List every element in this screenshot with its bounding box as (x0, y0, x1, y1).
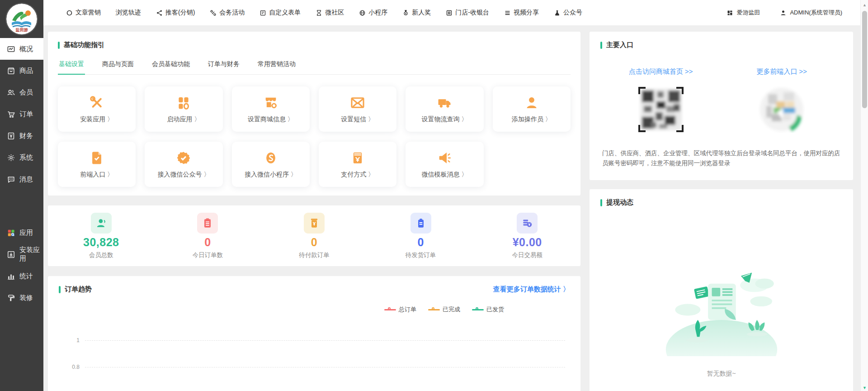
guide-title-text: 基础功能指引 (64, 41, 104, 49)
stat-item-3: 0 待发货订单 (368, 213, 474, 259)
sidebar-menu-lower: 应用安装应用统计装修 (0, 222, 43, 309)
guide-tab-1[interactable]: 商品与页面 (101, 57, 135, 75)
sidebar-item-l-0[interactable]: 应用 (0, 222, 43, 243)
stat-batt-icon (415, 217, 427, 229)
stat-value: 0 (311, 236, 317, 249)
stat-clip-icon (202, 217, 213, 229)
withdraw-empty-state: 暂无数据~ (600, 270, 842, 378)
user-icon (780, 10, 787, 16)
stat-value: ¥0.00 (513, 236, 542, 249)
empty-illustration (658, 270, 785, 356)
grid-icon (726, 10, 733, 16)
stat-coins-icon (521, 217, 533, 229)
topbar: 文章营销浏览轨迹推客(分销)会务活动自定义表单微社区小程序新人奖门店-收银台视频… (43, 0, 860, 25)
legend-item-1[interactable]: 已完成 (428, 305, 460, 314)
sidebar-item-u-1[interactable]: 商品 (0, 60, 43, 81)
admin-user-menu[interactable]: ADMIN(系统管理员) (780, 9, 842, 17)
sidebar-item-l-2[interactable]: 统计 (0, 265, 43, 287)
guide-tab-4[interactable]: 常用营销活动 (257, 57, 297, 75)
sidebar-item-u-6[interactable]: 消息 (0, 168, 43, 190)
withdraw-panel: 提现动态 (590, 189, 853, 391)
topnav-item-1[interactable]: 浏览轨迹 (116, 9, 141, 17)
guide-card-10[interactable]: 微信模板消息 〉 (406, 142, 483, 187)
title-accent-bar (59, 286, 61, 293)
main-content: 基础功能指引 基础设置商品与页面会员基础功能订单与财务常用营销活动 安装应用 〉… (43, 25, 860, 391)
topnav-item-2[interactable]: 推客(分销) (156, 9, 195, 17)
medal-icon (402, 10, 409, 16)
chart-gridline-0: 1 (59, 337, 565, 343)
stat-item-2: 0 待付款订单 (261, 213, 368, 259)
topnav-item-6[interactable]: 小程序 (359, 9, 387, 17)
order-trend-head: 订单趋势 查看更多订单数据统计 〉 (59, 285, 570, 294)
sidebar-item-u-0[interactable]: 概况 (0, 38, 43, 60)
guide-card-9[interactable]: 支付方式 〉 (319, 142, 396, 187)
topnav-item-7[interactable]: 新人奖 (402, 9, 431, 17)
system-icon (7, 153, 15, 162)
flask-icon (554, 10, 561, 16)
more-frontend-entries-link[interactable]: 更多前端入口 >> (756, 67, 807, 75)
scrollbar-thumb[interactable] (862, 11, 867, 108)
truck-icon (437, 95, 452, 110)
install-icon (7, 250, 15, 259)
horn-icon (437, 150, 452, 166)
guide-card-3[interactable]: 设置短信 〉 (319, 86, 396, 132)
legend-item-2[interactable]: 已发货 (472, 305, 504, 314)
paint-icon (7, 294, 15, 302)
mail-icon (350, 95, 365, 110)
guide-card-2[interactable]: 设置商城信息 〉 (232, 86, 310, 132)
visit-mall-home-link[interactable]: 点击访问商城首页 >> (629, 67, 693, 75)
guide-tab-3[interactable]: 订单与财务 (207, 57, 241, 75)
entry-links-row: 点击访问商城首页 >> 更多前端入口 >> (600, 67, 842, 76)
shop-name-menu[interactable]: 爱游盐田 (726, 9, 760, 17)
guide-cards-grid: 安装应用 〉启动应用 〉设置商城信息 〉设置短信 〉设置物流查询 〉添加操作员 … (58, 86, 571, 187)
topnav-item-10[interactable]: 公众号 (554, 9, 582, 17)
topnav-item-8[interactable]: 门店-收银台 (446, 9, 489, 17)
topnav-item-9[interactable]: 视频分享 (504, 9, 539, 17)
guide-tab-2[interactable]: 会员基础功能 (151, 57, 191, 75)
topnav-item-4[interactable]: 自定义表单 (259, 9, 301, 17)
admin-name: ADMIN(系统管理员) (790, 9, 842, 17)
topnav-item-0[interactable]: 文章营销 (66, 9, 101, 17)
guide-card-7[interactable]: 接入微信公众号 〉 (145, 142, 222, 187)
qrcode-row (600, 86, 842, 133)
scroll-up-arrow-icon[interactable]: ▲ (861, 3, 868, 7)
guide-panel-title: 基础功能指引 (58, 41, 571, 49)
chart-legend: 总订单 已完成 已发货 (59, 305, 570, 314)
chart-gridline-1: 0.8 (59, 364, 565, 370)
apps-icon (7, 229, 15, 237)
more-order-stats-link[interactable]: 查看更多订单数据统计 〉 (493, 285, 570, 294)
guide-card-0[interactable]: 安装应用 〉 (58, 86, 136, 132)
withdraw-title: 提现动态 (600, 198, 842, 207)
shop-logo[interactable]: 盐田游 (0, 0, 43, 38)
guide-card-8[interactable]: 接入微信小程序 〉 (232, 142, 310, 187)
stat-item-0: 30,828 会员总数 (48, 213, 155, 259)
sidebar-item-l-1[interactable]: 安装应用 (0, 243, 43, 265)
overview-icon (7, 45, 15, 53)
sidebar-item-l-3[interactable]: 装修 (0, 287, 43, 309)
trend-title-text: 订单趋势 (65, 285, 92, 294)
stat-value: 0 (417, 236, 424, 249)
topnav-item-3[interactable]: 会务活动 (210, 9, 245, 17)
stat-label: 会员总数 (89, 251, 113, 259)
topnav-item-5[interactable]: 微社区 (316, 9, 344, 17)
stat-value: 0 (204, 236, 211, 249)
mall-qrcode-image (637, 86, 684, 133)
sidebar-item-u-3[interactable]: 订单 (0, 103, 43, 125)
message-icon (7, 175, 15, 184)
sidebar-item-u-5[interactable]: 系统 (0, 147, 43, 168)
guide-card-6[interactable]: 前端入口 〉 (58, 142, 136, 187)
guide-tab-0[interactable]: 基础设置 (58, 57, 85, 75)
guide-card-4[interactable]: 设置物流查询 〉 (406, 86, 483, 132)
legend-item-0[interactable]: 总订单 (384, 305, 416, 314)
guide-panel: 基础功能指引 基础设置商品与页面会员基础功能订单与财务常用营销活动 安装应用 〉… (48, 32, 580, 196)
guide-card-1[interactable]: 启动应用 〉 (145, 86, 222, 132)
legend-marker-icon (428, 307, 440, 312)
page-scrollbar[interactable]: ▲ ▼ (860, 0, 868, 391)
guide-card-5[interactable]: 添加操作员 〉 (493, 86, 571, 132)
sidebar-item-u-4[interactable]: 财务 (0, 125, 43, 147)
sidebar-item-u-2[interactable]: 会员 (0, 81, 43, 103)
empty-data-text: 暂无数据~ (600, 370, 842, 378)
scroll-down-arrow-icon[interactable]: ▼ (861, 386, 868, 390)
orders-icon (7, 110, 15, 119)
order-trend-panel: 订单趋势 查看更多订单数据统计 〉 总订单 已完成 已发货 1 0.8 0.6 (48, 276, 580, 391)
